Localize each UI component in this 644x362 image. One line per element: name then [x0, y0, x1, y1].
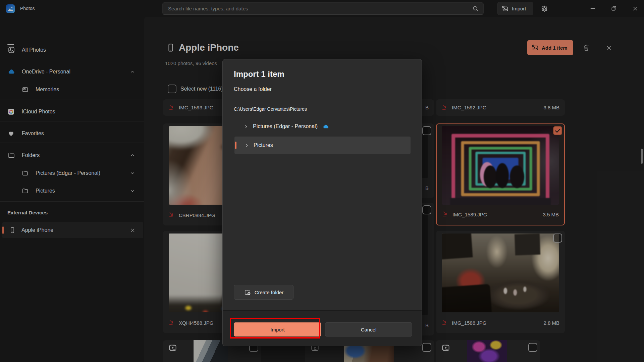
cancel-button[interactable]: Cancel — [325, 322, 412, 337]
import-dialog: Import 1 item Choose a folder C:\Users\E… — [222, 59, 422, 346]
destination-path: C:\Users\Edgar Cervantes\Pictures — [234, 106, 307, 112]
chevron-right-icon[interactable] — [244, 143, 250, 148]
create-folder-button[interactable]: Create folder — [234, 285, 293, 300]
selection-accent-bar — [235, 142, 236, 149]
folder-tree-item-pictures-selected[interactable]: Pictures — [234, 137, 411, 154]
folder-plus-icon — [244, 289, 251, 296]
annotation-highlight-box — [230, 318, 320, 339]
dialog-title: Import 1 item — [234, 69, 284, 79]
dialog-subtitle: Choose a folder — [234, 86, 272, 92]
chevron-right-icon[interactable] — [243, 124, 249, 130]
folder-tree-item-onedrive-pictures[interactable]: Pictures (Edgar - Personal) — [234, 118, 411, 135]
onedrive-cloud-icon — [322, 123, 329, 130]
